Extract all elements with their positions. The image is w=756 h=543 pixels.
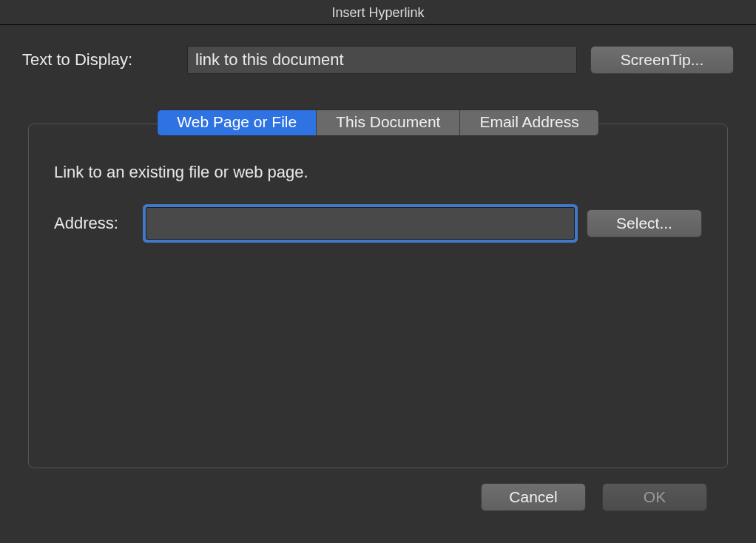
screentip-button[interactable]: ScreenTip... (590, 46, 734, 74)
tab-this-document[interactable]: This Document (317, 110, 460, 135)
address-label: Address: (54, 214, 134, 233)
tab-strip: Web Page or File This Document Email Add… (22, 109, 734, 136)
dialog-title: Insert Hyperlink (0, 0, 756, 25)
panel-description: Link to an existing file or web page. (54, 163, 702, 182)
text-to-display-label: Text to Display: (22, 50, 174, 70)
text-to-display-input[interactable] (187, 46, 577, 74)
tab-email-address[interactable]: Email Address (460, 110, 598, 135)
tab-web-page-or-file[interactable]: Web Page or File (158, 110, 317, 135)
ok-button: OK (602, 483, 707, 511)
dialog-footer: Cancel OK (22, 468, 734, 511)
link-panel: Link to an existing file or web page. Ad… (28, 124, 728, 468)
cancel-button[interactable]: Cancel (481, 483, 586, 511)
address-input[interactable] (146, 207, 575, 240)
select-button[interactable]: Select... (587, 209, 702, 237)
address-row: Address: Select... (54, 207, 702, 240)
text-to-display-row: Text to Display: ScreenTip... (22, 46, 734, 74)
